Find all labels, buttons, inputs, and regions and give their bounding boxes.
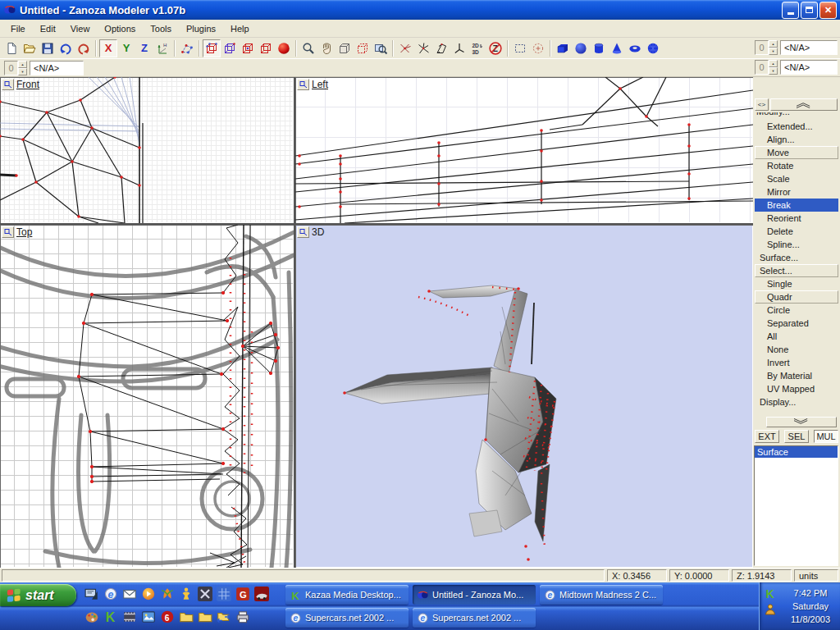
menu-view[interactable]: View (63, 21, 98, 36)
taskbar-task-button[interactable]: eMidtown Madness 2 C... (540, 585, 663, 605)
undo-arrow-button[interactable] (75, 39, 93, 57)
menu-file[interactable]: File (3, 21, 33, 36)
vertices-mode-button[interactable] (178, 39, 196, 57)
mode-button-sel[interactable]: SEL (784, 430, 809, 443)
spinner-1-down[interactable]: ▼ (769, 48, 778, 55)
render-sphere-button[interactable] (275, 39, 293, 57)
sidebar-item-delete[interactable]: Delete (755, 225, 838, 238)
detach-tool-button[interactable] (432, 39, 450, 57)
viewport-top[interactable]: Top (0, 225, 294, 568)
axis-z-button[interactable]: Z (135, 39, 153, 57)
menu-help[interactable]: Help (223, 21, 257, 36)
menu-tools[interactable]: Tools (143, 21, 179, 36)
close-button[interactable]: ✕ (819, 2, 837, 19)
spinner-2-up[interactable]: ▲ (18, 61, 27, 68)
folder-exchange-icon[interactable] (217, 609, 231, 624)
printer-icon[interactable] (235, 609, 250, 624)
pan-tool-button[interactable] (317, 39, 336, 57)
sidebar-item-single[interactable]: Single (755, 277, 838, 290)
axis-triad-button[interactable]: H (153, 39, 171, 57)
imaging-icon[interactable] (141, 609, 156, 624)
spinner-3-down[interactable]: ▼ (769, 67, 778, 75)
sidebar-item-uv-mapped[interactable]: UV Mapped (755, 382, 838, 395)
unweld-tool-button[interactable] (414, 39, 432, 57)
zoom-region-button[interactable] (372, 39, 390, 57)
rotate-view-button[interactable] (336, 39, 354, 57)
cube-faces-button[interactable] (239, 39, 257, 57)
prim-box-button[interactable] (554, 39, 572, 57)
sidebar-item-circle[interactable]: Circle (755, 304, 838, 317)
top-blueprint-canvas[interactable] (0, 225, 294, 568)
tray-kazaa-icon[interactable]: K (764, 587, 777, 600)
normals-tool-button[interactable] (450, 39, 468, 57)
taskbar-task-button[interactable]: KKazaa Media Desktop... (285, 585, 409, 605)
cube-plain-button[interactable] (257, 39, 275, 57)
sidebar-item-surface[interactable]: Surface... (755, 251, 838, 264)
spinner-2-down[interactable]: ▼ (18, 68, 27, 75)
tweakui-icon[interactable] (217, 587, 231, 601)
prim-cylinder-button[interactable] (590, 39, 608, 57)
sidebar-collapse-button[interactable]: <> (755, 98, 769, 111)
sidebar-item-extended[interactable]: Extended... (755, 120, 838, 133)
sidebar-item-align[interactable]: Align... (755, 133, 838, 146)
prim-torus-button[interactable] (626, 39, 644, 57)
new-file-button[interactable] (2, 39, 21, 57)
axis-y-button[interactable]: Y (117, 39, 135, 57)
mode-button-ext[interactable]: EXT (755, 430, 779, 443)
viewport-top-label[interactable]: Top (16, 226, 32, 238)
minimize-button[interactable] (782, 2, 799, 19)
spinner-1-up[interactable]: ▲ (769, 40, 778, 48)
weld-tool-button[interactable] (396, 39, 414, 57)
tray-clock[interactable]: 7:42 PM Saturday 11/8/2003 (781, 582, 840, 630)
viewport-front[interactable]: Front (0, 77, 294, 223)
combo-1[interactable]: <N/A> (780, 40, 838, 55)
sidebar-item-rotate[interactable]: Rotate (755, 159, 838, 172)
show-desktop-icon[interactable] (84, 587, 99, 601)
sidebar-item-scale[interactable]: Scale (755, 172, 838, 185)
sidebar-item-reorient[interactable]: Reorient (755, 212, 838, 225)
sidebar-scroll-down-button[interactable] (766, 417, 837, 427)
aim-icon[interactable] (179, 587, 194, 601)
sidebar-item-quadr[interactable]: Quadr (755, 290, 838, 304)
combo-3[interactable]: <N/A> (780, 60, 838, 75)
sidebar-item-select[interactable]: Select... (755, 264, 838, 277)
folder-icon[interactable] (179, 609, 194, 624)
g6-icon[interactable]: 6 (160, 609, 175, 624)
surface-list-item[interactable]: Surface (755, 446, 838, 458)
mode-button-mul[interactable]: MUL (814, 430, 838, 443)
sidebar-item-spline[interactable]: Spline... (755, 238, 838, 251)
viewport-3d-maximize-button[interactable] (297, 226, 309, 238)
mail-icon[interactable] (122, 587, 137, 601)
left-wireframe-canvas[interactable] (295, 77, 753, 223)
viewport-left-maximize-button[interactable] (297, 79, 309, 90)
viewport-3d[interactable]: 3D (295, 225, 753, 568)
viewport-front-maximize-button[interactable] (2, 79, 14, 90)
menu-options[interactable]: Options (97, 21, 143, 36)
kazaa-icon[interactable]: K (103, 609, 118, 624)
sidebar-item-all[interactable]: All (755, 330, 838, 343)
convert-2d3d-button[interactable]: 2D3D (468, 39, 486, 57)
prim-geosphere-button[interactable] (644, 39, 662, 57)
ie-icon[interactable]: e (103, 587, 118, 601)
sidebar-scroll-up-button[interactable] (770, 98, 838, 111)
sidebar-clipped-item[interactable]: Modify... (756, 112, 790, 119)
folder-icon[interactable] (198, 609, 212, 624)
select-circle-button[interactable] (529, 39, 547, 57)
front-wireframe-canvas[interactable] (0, 77, 294, 223)
sidebar-item-separated[interactable]: Separated (755, 317, 838, 330)
sidebar-item-none[interactable]: None (755, 343, 838, 356)
taskbar-task-button[interactable]: eSupercars.net 2002 ... (285, 608, 409, 628)
sidebar-item-display[interactable]: Display... (755, 395, 838, 409)
cube-edges-button[interactable] (221, 39, 239, 57)
save-button[interactable] (39, 39, 57, 57)
no-z-tool-button[interactable]: Z (486, 39, 504, 57)
redo-arrow-button[interactable] (57, 39, 75, 57)
film-icon[interactable] (122, 609, 137, 624)
combo-2[interactable]: <N/A> (30, 61, 84, 75)
axis-x-button[interactable]: X (99, 39, 117, 57)
sidebar-item-break[interactable]: Break (755, 199, 838, 212)
prim-cone-button[interactable] (608, 39, 626, 57)
viewport-left[interactable]: Left (295, 77, 753, 223)
spinner-3-up[interactable]: ▲ (769, 60, 778, 67)
sidebar-item-move[interactable]: Move (755, 146, 838, 159)
